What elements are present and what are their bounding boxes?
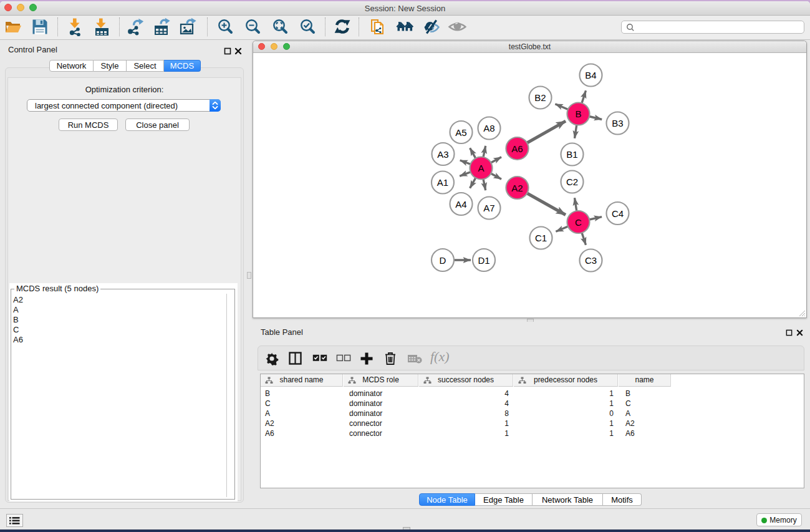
svg-text:C2: C2 [566, 177, 578, 187]
svg-text:A5: A5 [455, 127, 466, 138]
svg-text:C: C [575, 217, 582, 228]
svg-text:B1: B1 [566, 149, 577, 160]
svg-text:A3: A3 [437, 149, 448, 160]
svg-text:A1: A1 [437, 177, 448, 188]
svg-text:B4: B4 [585, 70, 596, 80]
svg-text:D: D [440, 255, 446, 266]
svg-text:C4: C4 [612, 208, 624, 219]
svg-text:A6: A6 [511, 143, 523, 154]
svg-text:B2: B2 [534, 92, 546, 103]
svg-text:D1: D1 [478, 255, 489, 266]
svg-text:A: A [478, 163, 484, 173]
svg-text:C1: C1 [535, 233, 547, 243]
svg-text:C3: C3 [585, 255, 597, 266]
svg-text:A8: A8 [483, 123, 494, 133]
svg-text:B3: B3 [612, 118, 623, 128]
svg-text:A4: A4 [455, 199, 466, 210]
svg-text:B: B [575, 109, 581, 119]
svg-text:A2: A2 [511, 183, 523, 193]
svg-text:A7: A7 [483, 203, 494, 213]
